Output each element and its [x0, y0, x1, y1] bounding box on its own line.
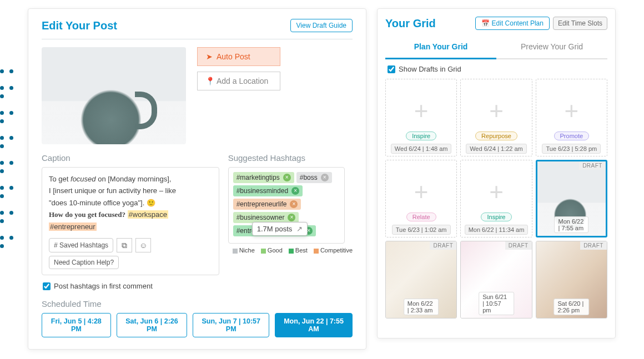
remove-icon[interactable]: × [291, 187, 299, 195]
calendar-icon: 📅 [481, 19, 490, 27]
remove-icon[interactable]: × [321, 174, 329, 181]
hashtag-chip[interactable]: #businessminded× [233, 185, 303, 196]
first-comment-checkbox-input[interactable] [43, 282, 51, 290]
edit-content-plan-button[interactable]: 📅 Edit Content Plan [475, 17, 550, 30]
content-grid: + Inspire Wed 6/24 | 1:48 am + Repurpose… [385, 79, 607, 318]
edit-post-panel: Edit Your Post View Draft Guide ➤Auto Po… [28, 8, 366, 350]
suggested-hashtags-box: #marketingtips× #boss× #businessminded× … [228, 167, 345, 244]
scheduled-time-label: Scheduled Time [42, 299, 353, 309]
plus-icon: + [564, 97, 578, 125]
remove-icon[interactable]: × [290, 200, 298, 208]
hashtag-chip[interactable]: #boss× [296, 172, 332, 183]
category-pill: Repurpose [475, 132, 517, 140]
pin-icon: 📍 [205, 77, 213, 85]
grid-cell[interactable]: + Relate Tue 6/23 | 1:02 am [385, 160, 457, 237]
cell-time: Mon 6/22 | 11:34 am [465, 225, 529, 235]
tab-plan-grid[interactable]: Plan Your Grid [385, 37, 496, 59]
external-link-icon[interactable]: ↗ [296, 225, 303, 233]
draft-badge: DRAFT [430, 241, 456, 250]
grid-cell-selected[interactable]: DRAFT Mon 6/22 | 7:55 am [536, 160, 607, 237]
caption-help-button[interactable]: Need Caption Help? [49, 256, 119, 269]
time-slot[interactable]: Sat, Jun 6 | 2:26 PM [117, 313, 188, 337]
hashtag-entrepreneur[interactable]: #entrepreneur [49, 223, 97, 231]
cell-time: Tue 6/23 | 1:02 am [392, 225, 451, 235]
plus-icon: + [489, 97, 504, 125]
time-slot-selected[interactable]: Mon, Jun 22 | 7:55 AM [275, 313, 353, 337]
emoji-icon[interactable]: ☺ [135, 238, 151, 252]
grid-cell[interactable]: DRAFT Mon 6/22 | 2:33 am [385, 241, 457, 318]
your-grid-panel: Your Grid 📅 Edit Content Plan Edit Time … [377, 8, 616, 338]
cell-time: Sun 6/21 | 10:57 pm [479, 292, 514, 315]
hashtag-legend: Niche Good Best Competitive [228, 247, 353, 254]
your-grid-title: Your Grid [385, 17, 436, 30]
edit-time-slots-button[interactable]: Edit Time Slots [553, 17, 607, 30]
first-comment-checkbox[interactable]: Post hashtags in first comment [43, 282, 351, 290]
grid-cell[interactable]: + Inspire Mon 6/22 | 11:34 am [460, 160, 532, 237]
category-pill: Inspire [481, 213, 511, 221]
draft-badge: DRAFT [579, 161, 606, 170]
cell-time: Sat 6/20 | 2:26 pm [554, 299, 589, 315]
grid-cell[interactable]: DRAFT Sat 6/20 | 2:26 pm [536, 241, 607, 318]
grid-cell[interactable]: DRAFT Sun 6/21 | 10:57 pm [460, 241, 532, 318]
plus-icon: + [414, 178, 429, 206]
category-pill: Inspire [406, 132, 436, 140]
cell-time: Mon 6/22 | 7:55 am [554, 216, 588, 233]
show-drafts-checkbox-input[interactable] [388, 65, 395, 73]
divider [42, 39, 353, 39]
category-pill: Promote [554, 132, 590, 140]
paper-plane-icon: ➤ [205, 52, 213, 61]
cell-time: Mon 6/22 | 2:33 am [404, 299, 439, 315]
plus-icon: + [489, 178, 504, 206]
draft-badge: DRAFT [580, 241, 607, 250]
plus-icon: + [414, 97, 429, 125]
tab-preview-grid[interactable]: Preview Your Grid [496, 37, 607, 59]
post-image[interactable] [42, 47, 186, 144]
add-location-button[interactable]: 📍Add a Location [197, 72, 280, 90]
time-slot[interactable]: Fri, Jun 5 | 4:28 PM [42, 313, 111, 337]
draft-badge: DRAFT [505, 241, 532, 250]
category-pill: Relate [406, 213, 436, 221]
remove-icon[interactable]: × [288, 214, 295, 221]
saved-hashtags-button[interactable]: # Saved Hashtags [49, 238, 113, 252]
cell-time: Wed 6/24 | 1:22 am [466, 144, 527, 154]
cell-time: Wed 6/24 | 1:48 am [391, 144, 452, 154]
caption-label: Caption [42, 153, 219, 163]
hashtag-chip[interactable]: #marketingtips× [233, 172, 294, 183]
auto-post-button[interactable]: ➤Auto Post [197, 47, 280, 66]
suggested-hashtags-label: Suggested Hashtags [228, 153, 353, 163]
caption-editor[interactable]: To get focused on [Monday mornings], I [… [42, 167, 219, 275]
edit-post-title: Edit Your Post [42, 19, 117, 32]
decorative-dots [0, 67, 28, 258]
remove-icon[interactable]: × [283, 174, 291, 181]
grid-cell[interactable]: + Promote Tue 6/23 | 5:28 pm [536, 79, 607, 156]
time-slot[interactable]: Sun, Jun 7 | 10:57 PM [193, 313, 269, 337]
hashtag-chip[interactable]: #businessowner× [233, 212, 299, 223]
view-draft-guide-button[interactable]: View Draft Guide [290, 19, 353, 32]
hashtag-posts-tooltip: 1.7M posts ↗ [252, 222, 308, 236]
show-drafts-checkbox[interactable]: Show Drafts in Grid [385, 59, 607, 79]
cell-time: Tue 6/23 | 5:28 pm [542, 144, 601, 154]
hashtag-chip[interactable]: #entrepreneurlife× [233, 199, 301, 210]
grid-cell[interactable]: + Repurpose Wed 6/24 | 1:22 am [460, 79, 532, 156]
template-icon[interactable]: ⧉ [117, 238, 132, 252]
hashtag-workspace[interactable]: #workspace [128, 210, 168, 219]
grid-cell[interactable]: + Inspire Wed 6/24 | 1:48 am [385, 79, 457, 156]
